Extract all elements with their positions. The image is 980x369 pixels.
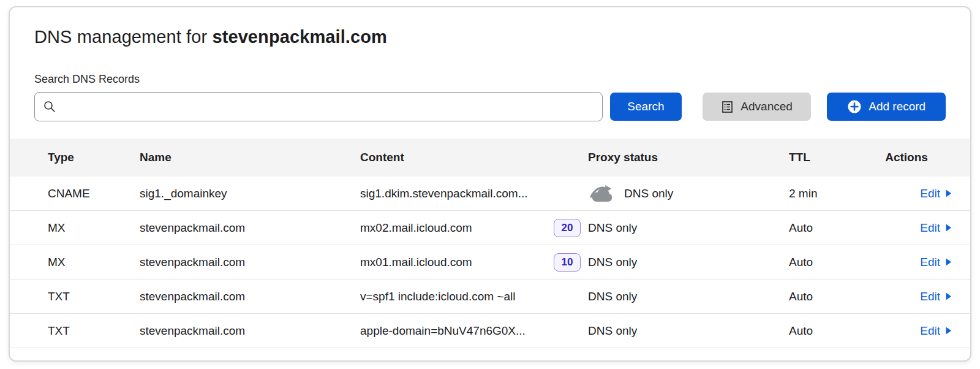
column-header-name: Name: [140, 151, 360, 164]
add-record-button-label: Add record: [869, 100, 925, 113]
advanced-list-icon: [721, 101, 734, 113]
record-type: MX: [48, 221, 140, 235]
proxy-status-cell: DNS only: [588, 324, 789, 338]
dns-management-card: DNS management for stevenpackmail.com Se…: [9, 6, 971, 362]
actions-cell: Edit: [861, 221, 952, 235]
edit-link[interactable]: Edit: [920, 324, 952, 338]
actions-cell: Edit: [861, 290, 952, 303]
table-row: CNAME sig1._domainkey sig1.dkim.stevenpa…: [10, 177, 970, 211]
proxy-status-cell: DNS only: [588, 256, 789, 269]
record-ttl: 2 min: [789, 187, 861, 200]
proxy-status-text: DNS only: [588, 324, 637, 338]
column-header-actions: Actions: [861, 151, 952, 164]
record-content: sig1.dkim.stevenpackmail.com...: [360, 187, 588, 200]
add-record-button[interactable]: Add record: [827, 93, 946, 121]
record-content-text: apple-domain=bNuV47n6G0X...: [360, 324, 526, 338]
proxy-status-cell: DNS only: [588, 184, 789, 203]
edit-link-label: Edit: [920, 324, 940, 338]
record-name: stevenpackmail.com: [140, 290, 360, 303]
dns-records-table: Type Name Content Proxy status TTL Actio…: [10, 139, 970, 348]
column-header-type: Type: [48, 151, 140, 164]
edit-arrow-icon: [945, 189, 952, 197]
record-name: stevenpackmail.com: [140, 324, 360, 338]
edit-link-label: Edit: [920, 256, 940, 269]
record-content: v=spf1 include:icloud.com ~all: [360, 290, 588, 303]
record-ttl: Auto: [789, 221, 861, 235]
column-header-ttl: TTL: [789, 151, 861, 164]
record-name: stevenpackmail.com: [140, 256, 360, 269]
record-type: TXT: [48, 290, 140, 303]
edit-arrow-icon: [945, 224, 952, 232]
search-input-wrapper: [34, 92, 603, 121]
column-header-proxy-status: Proxy status: [588, 151, 789, 164]
table-row: TXT stevenpackmail.com apple-domain=bNuV…: [10, 314, 970, 348]
actions-cell: Edit: [861, 324, 952, 338]
advanced-button[interactable]: Advanced: [703, 93, 812, 121]
record-content-text: v=spf1 include:icloud.com ~all: [360, 290, 515, 303]
plus-circle-icon: [847, 99, 862, 114]
record-type: MX: [48, 256, 140, 269]
page-title-prefix: DNS management for: [34, 27, 212, 47]
proxy-status-text: DNS only: [624, 187, 673, 200]
proxy-status-text: DNS only: [588, 221, 637, 235]
dns-only-cloud-icon: [588, 184, 616, 203]
actions-cell: Edit: [861, 187, 952, 200]
record-content: mx02.mail.icloud.com 20: [360, 219, 588, 237]
proxy-status-cell: DNS only: [588, 221, 789, 235]
record-name: stevenpackmail.com: [140, 221, 360, 235]
proxy-status-text: DNS only: [588, 290, 637, 303]
record-ttl: Auto: [789, 290, 861, 303]
advanced-button-label: Advanced: [741, 100, 793, 113]
edit-link-label: Edit: [920, 187, 940, 200]
edit-link-label: Edit: [920, 221, 940, 235]
column-header-content: Content: [360, 151, 588, 164]
edit-link[interactable]: Edit: [920, 290, 952, 303]
table-body: CNAME sig1._domainkey sig1.dkim.stevenpa…: [10, 177, 970, 348]
priority-badge: 10: [554, 253, 581, 272]
record-content-text: mx01.mail.icloud.com: [360, 256, 472, 269]
edit-link[interactable]: Edit: [920, 256, 952, 269]
record-content-text: sig1.dkim.stevenpackmail.com...: [360, 187, 528, 200]
actions-cell: Edit: [861, 256, 952, 269]
table-row: TXT stevenpackmail.com v=spf1 include:ic…: [10, 280, 970, 314]
record-name: sig1._domainkey: [140, 187, 360, 200]
priority-badge: 20: [554, 219, 581, 237]
edit-arrow-icon: [945, 258, 952, 266]
record-content: apple-domain=bNuV47n6G0X...: [360, 324, 588, 338]
record-content: mx01.mail.icloud.com 10: [360, 253, 588, 272]
proxy-status-text: DNS only: [588, 256, 637, 269]
search-input[interactable]: [34, 92, 603, 121]
record-ttl: Auto: [789, 324, 861, 338]
search-button-label: Search: [627, 100, 664, 113]
search-label: Search DNS Records: [34, 73, 946, 86]
search-button[interactable]: Search: [610, 93, 682, 121]
record-type: TXT: [48, 324, 140, 338]
record-content-text: mx02.mail.icloud.com: [360, 221, 472, 235]
edit-link[interactable]: Edit: [920, 187, 952, 200]
table-header-row: Type Name Content Proxy status TTL Actio…: [10, 139, 970, 177]
search-controls-row: Search Advanced Add record: [34, 92, 946, 121]
record-ttl: Auto: [789, 256, 861, 269]
edit-link-label: Edit: [920, 290, 940, 303]
domain-name: stevenpackmail.com: [212, 27, 387, 47]
page-title: DNS management for stevenpackmail.com: [10, 7, 970, 47]
edit-link[interactable]: Edit: [920, 221, 952, 235]
edit-arrow-icon: [945, 327, 952, 335]
table-row: MX stevenpackmail.com mx01.mail.icloud.c…: [10, 245, 970, 280]
proxy-status-cell: DNS only: [588, 290, 789, 303]
record-type: CNAME: [48, 187, 140, 200]
edit-arrow-icon: [945, 292, 952, 300]
table-row: MX stevenpackmail.com mx02.mail.icloud.c…: [10, 211, 970, 245]
